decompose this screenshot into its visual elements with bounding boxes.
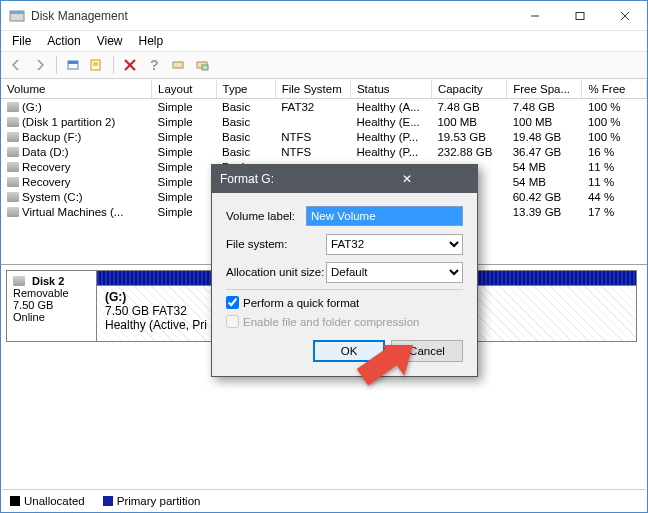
dialog-close-button[interactable]: ✕ bbox=[345, 172, 470, 186]
allocation-unit-select[interactable]: Default bbox=[326, 262, 463, 283]
delete-button[interactable] bbox=[119, 54, 141, 76]
app-icon bbox=[9, 8, 25, 24]
ok-button[interactable]: OK bbox=[313, 340, 385, 362]
volume-row[interactable]: (G:)SimpleBasicFAT32Healthy (A...7.48 GB… bbox=[1, 99, 647, 115]
svg-text:?: ? bbox=[150, 57, 159, 73]
menu-view[interactable]: View bbox=[90, 32, 130, 50]
svg-rect-7 bbox=[68, 61, 78, 64]
properties-button[interactable] bbox=[86, 54, 108, 76]
column-header[interactable]: Status bbox=[350, 80, 431, 99]
column-header[interactable]: Type bbox=[216, 80, 275, 99]
menu-help[interactable]: Help bbox=[132, 32, 171, 50]
disk-header: Disk 2 Removable 7.50 GB Online bbox=[7, 271, 97, 341]
maximize-button[interactable] bbox=[557, 1, 602, 30]
legend: Unallocated Primary partition bbox=[2, 489, 646, 511]
dialog-title: Format G: bbox=[220, 172, 345, 186]
column-header[interactable]: Capacity bbox=[431, 80, 506, 99]
volume-row[interactable]: (Disk 1 partition 2)SimpleBasicHealthy (… bbox=[1, 114, 647, 129]
help-button[interactable]: ? bbox=[143, 54, 165, 76]
volume-label-label: Volume label: bbox=[226, 210, 306, 222]
volume-row[interactable]: Data (D:)SimpleBasicNTFSHealthy (P...232… bbox=[1, 144, 647, 159]
window-title: Disk Management bbox=[31, 9, 512, 23]
volume-row[interactable]: Backup (F:)SimpleBasicNTFSHealthy (P...1… bbox=[1, 129, 647, 144]
compression-label: Enable file and folder compression bbox=[243, 316, 419, 328]
back-button[interactable] bbox=[5, 54, 27, 76]
toolbar: ? bbox=[1, 51, 647, 79]
menu-bar: File Action View Help bbox=[1, 31, 647, 51]
file-system-label: File system: bbox=[226, 238, 326, 250]
svg-rect-14 bbox=[173, 62, 183, 68]
column-header[interactable]: Free Spa... bbox=[507, 80, 582, 99]
forward-button[interactable] bbox=[29, 54, 51, 76]
column-header[interactable]: Layout bbox=[152, 80, 217, 99]
action1-button[interactable] bbox=[167, 54, 189, 76]
menu-action[interactable]: Action bbox=[40, 32, 87, 50]
column-header[interactable]: Volume bbox=[1, 80, 152, 99]
action2-button[interactable] bbox=[191, 54, 213, 76]
allocation-unit-label: Allocation unit size: bbox=[226, 266, 326, 278]
dialog-titlebar[interactable]: Format G: ✕ bbox=[212, 165, 477, 193]
title-bar: Disk Management bbox=[1, 1, 647, 31]
svg-rect-3 bbox=[576, 12, 584, 19]
svg-rect-1 bbox=[10, 11, 24, 14]
column-header[interactable]: File System bbox=[275, 80, 350, 99]
file-system-select[interactable]: FAT32 bbox=[326, 234, 463, 255]
quick-format-checkbox[interactable] bbox=[226, 296, 239, 309]
refresh-button[interactable] bbox=[62, 54, 84, 76]
volume-label-input[interactable] bbox=[306, 206, 463, 226]
menu-file[interactable]: File bbox=[5, 32, 38, 50]
format-dialog: Format G: ✕ Volume label: File system: F… bbox=[211, 164, 478, 377]
cancel-button[interactable]: Cancel bbox=[391, 340, 463, 362]
minimize-button[interactable] bbox=[512, 1, 557, 30]
close-button[interactable] bbox=[602, 1, 647, 30]
quick-format-label: Perform a quick format bbox=[243, 297, 359, 309]
svg-rect-16 bbox=[202, 65, 208, 70]
compression-checkbox bbox=[226, 315, 239, 328]
column-header[interactable]: % Free bbox=[582, 80, 647, 99]
